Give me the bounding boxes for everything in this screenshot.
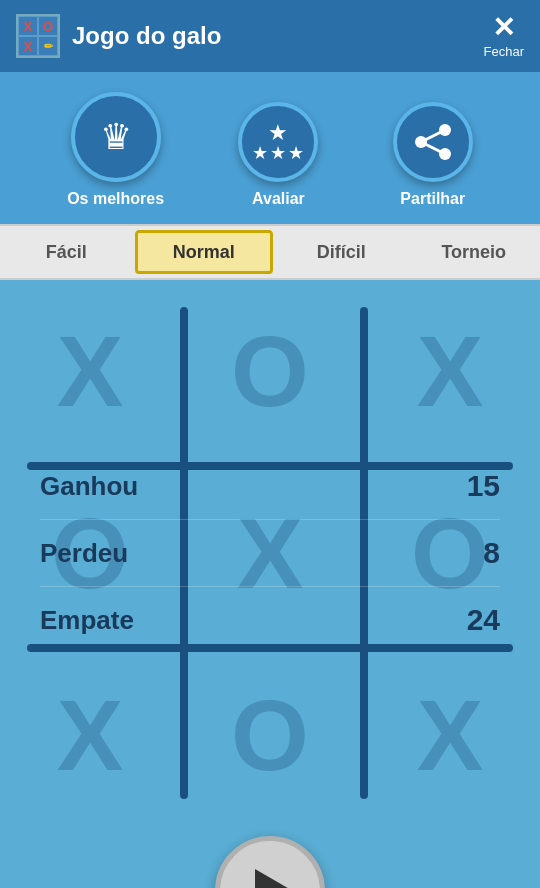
star-top: ★	[268, 122, 288, 144]
stat-value-ganhou: 15	[467, 469, 500, 503]
svg-line-3	[421, 130, 445, 142]
difficulty-tabs: Fácil Normal Difícil Torneio	[0, 224, 540, 280]
rate-circle: ★ ★ ★ ★	[238, 102, 318, 182]
play-button[interactable]	[215, 836, 325, 888]
star-2: ★	[270, 144, 286, 162]
star-1: ★	[252, 144, 268, 162]
share-icon	[412, 121, 454, 163]
tab-normal[interactable]: Normal	[135, 230, 274, 274]
play-icon	[255, 869, 293, 888]
stat-label-perdeu: Perdeu	[40, 538, 128, 569]
icon-x2: X	[18, 36, 38, 56]
icon-o1: O	[38, 16, 58, 36]
stat-row-perdeu: Perdeu 8	[40, 520, 500, 587]
app-icon: X O X ✏	[16, 14, 60, 58]
close-button[interactable]: ✕ Fechar	[484, 14, 524, 59]
close-label: Fechar	[484, 44, 524, 59]
main-content: X O X O X O X O X Ganhou 15 Perdeu 8 Emp…	[0, 280, 540, 826]
icon-pencil: ✏	[38, 36, 58, 56]
svg-line-4	[421, 142, 445, 154]
play-area: Jogar	[0, 826, 540, 888]
wm-o4: O	[180, 644, 360, 826]
stat-row-empate: Empate 24	[40, 587, 500, 653]
header-left: X O X ✏ Jogo do galo	[16, 14, 221, 58]
header: X O X ✏ Jogo do galo ✕ Fechar	[0, 0, 540, 72]
best-scores-circle: ♛	[71, 92, 161, 182]
stat-value-empate: 24	[467, 603, 500, 637]
star-bottom-row: ★ ★ ★	[252, 144, 304, 162]
stars-group: ★ ★ ★ ★	[252, 122, 304, 162]
wm-x2: X	[360, 280, 540, 462]
share-circle	[393, 102, 473, 182]
share-button[interactable]: Partilhar	[393, 102, 473, 208]
app-title: Jogo do galo	[72, 22, 221, 50]
rate-button[interactable]: ★ ★ ★ ★ Avaliar	[238, 102, 318, 208]
stat-label-ganhou: Ganhou	[40, 471, 138, 502]
wm-x4: X	[0, 644, 180, 826]
best-scores-button[interactable]: ♛ Os melhores	[67, 92, 164, 208]
tab-dificil[interactable]: Difícil	[275, 226, 408, 278]
wm-x5: X	[360, 644, 540, 826]
best-scores-label: Os melhores	[67, 190, 164, 208]
crown-icon: ♛	[100, 116, 132, 158]
tab-facil[interactable]: Fácil	[0, 226, 133, 278]
stat-label-empate: Empate	[40, 605, 134, 636]
stat-value-perdeu: 8	[483, 536, 500, 570]
share-label: Partilhar	[400, 190, 465, 208]
close-icon: ✕	[492, 14, 515, 42]
star-top-row: ★	[268, 122, 288, 144]
stat-row-ganhou: Ganhou 15	[40, 453, 500, 520]
stats-section: Ganhou 15 Perdeu 8 Empate 24	[40, 453, 500, 653]
star-3: ★	[288, 144, 304, 162]
wm-x1: X	[0, 280, 180, 462]
rate-label: Avaliar	[252, 190, 305, 208]
top-buttons-area: ♛ Os melhores ★ ★ ★ ★ Avaliar	[0, 72, 540, 224]
icon-x1: X	[18, 16, 38, 36]
wm-o1: O	[180, 280, 360, 462]
tab-torneio[interactable]: Torneio	[408, 226, 541, 278]
